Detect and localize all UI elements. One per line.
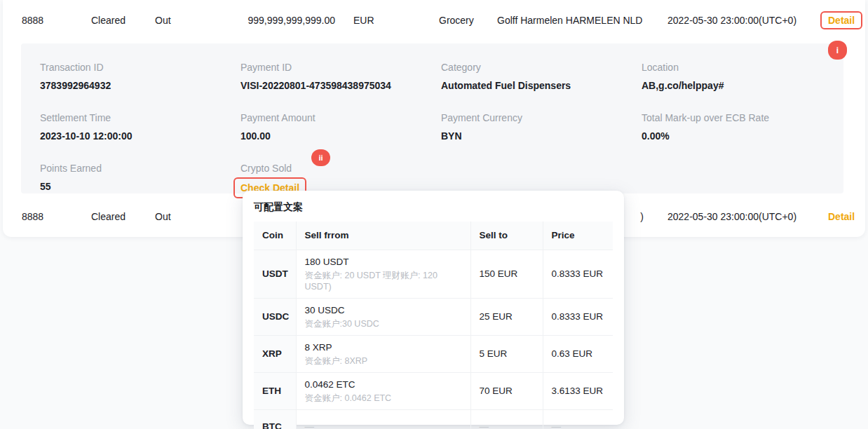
coin-cell: XRP [254,335,296,372]
time-cell: 2022-05-30 23:00:00(UTC+0) [667,211,828,222]
annotation-marker-i: i [828,41,847,60]
price-cell: 3.6133 EUR [543,372,613,409]
table-header-row: Coin Sell frrom Sell to Price [254,222,613,250]
sell-to-cell: 5 EUR [470,335,543,372]
sell-from-amount: 8 XRP [305,341,462,354]
field-payment-id: Payment ID VISI-20220801-473598438975034 [240,60,441,93]
sell-from-amount: 0.0462 ETC [305,379,462,391]
coin-cell: ETH [254,372,296,409]
field-location: Location AB,g.co/helppay# [642,60,842,93]
sell-to-cell: — [470,409,543,429]
price-cell: 0.8333 EUR [543,298,613,335]
coin-cell: USDT [254,250,296,298]
sell-from-amount: 180 USDT [305,256,462,268]
transaction-row: 8888 Cleared Out 999,999,999,999.00 EUR … [3,0,865,41]
sell-from-cell: 30 USDC 资金账户:30 USDC [296,298,470,335]
sell-from-accounts: 资金账户: 8XRP [305,355,462,367]
field-value: 55 [40,179,240,193]
field-settlement-time: Settlement Time 2023-10-10 12:00:00 [40,111,240,143]
direction-cell: Out [155,211,240,222]
sell-to-cell: 25 EUR [470,298,543,335]
field-label: Location [642,60,842,74]
field-label: Settlement Time [40,111,240,125]
status-cell: Cleared [91,15,155,26]
field-value: 2023-10-10 12:00:00 [40,129,240,143]
field-label: Payment Amount [240,111,441,125]
field-value: 100.00 [240,129,441,143]
coin-cell: BTC [254,409,296,429]
field-value: 3783992964932 [40,79,240,93]
column-header-sell-from: Sell frrom [296,222,470,250]
transaction-id-cell: 8888 [22,211,91,222]
column-header-coin: Coin [254,222,296,250]
sell-from-cell: 180 USDT 资金账户: 20 USDT 理财账户: 120 USDT) [296,250,470,298]
sell-from-accounts: 资金账户: 20 USDT 理财账户: 120 USDT) [305,270,462,292]
detail-action-cell: Detail [828,11,865,29]
time-cell: 2022-05-30 23:00:00(UTC+0) [667,15,828,26]
table-row: BTC — — — [254,409,613,429]
price-cell: 0.63 EUR [543,335,613,372]
direction-cell: Out [155,15,240,26]
field-label: Total Mark-up over ECB Rate [642,111,842,125]
sell-from-cell: 8 XRP 资金账户: 8XRP [296,335,470,372]
column-header-sell-to: Sell to [470,222,543,250]
crypto-sold-table: Coin Sell frrom Sell to Price USDT 180 U… [254,222,613,429]
field-value: Automated Fuel Dispensers [441,79,642,93]
merchant-cell: Golff Harmelen HARMELEN NLD [479,15,667,26]
price-cell: — [543,409,613,429]
field-value: VISI-20220801-473598438975034 [240,79,441,93]
category-cell: Grocery [421,15,479,26]
field-label: Payment Currency [441,111,642,125]
table-row: USDC 30 USDC 资金账户:30 USDC 25 EUR 0.8333 … [254,298,613,335]
currency-cell: EUR [335,15,421,26]
sell-from-accounts: 资金账户: 0.0462 ETC [305,393,462,404]
field-markup-rate: Total Mark-up over ECB Rate 0.00% [642,111,842,143]
field-category: Category Automated Fuel Dispensers [441,60,642,93]
sell-from-cell: — [296,409,470,429]
detail-action-cell: Detail [828,211,865,222]
field-payment-amount: Payment Amount 100.00 [240,111,441,143]
table-row: XRP 8 XRP 资金账户: 8XRP 5 EUR 0.63 EUR [254,335,613,372]
transaction-id-cell: 8888 [22,15,91,26]
status-cell: Cleared [91,211,155,222]
sell-to-cell: 150 EUR [470,250,543,298]
field-label: Transaction ID [40,60,240,74]
field-value: AB,g.co/helppay# [642,79,842,93]
field-points-earned: Points Earned 55 [40,161,240,198]
transaction-detail-panel: Transaction ID 3783992964932 Payment ID … [21,43,843,193]
field-transaction-id: Transaction ID 3783992964932 [40,60,240,93]
sell-from-accounts: 资金账户:30 USDC [305,318,462,329]
table-row: ETH 0.0462 ETC 资金账户: 0.0462 ETC 70 EUR 3… [254,372,613,409]
coin-cell: USDC [254,298,296,335]
annotation-box-detail: Detail [820,11,862,29]
field-label: Points Earned [40,161,240,175]
sell-from-amount: 30 USDC [305,304,462,317]
detail-link[interactable]: Detail [828,211,855,222]
annotation-marker-ii: ii [311,149,330,166]
popup-title: 可配置文案 [254,201,613,214]
column-header-price: Price [543,222,613,250]
field-label: Crypto Sold [240,161,441,175]
detail-link[interactable]: Detail [828,15,855,26]
field-label: Category [441,60,642,74]
field-value: BYN [441,129,642,143]
sell-from-cell: 0.0462 ETC 资金账户: 0.0462 ETC [296,372,470,409]
field-payment-currency: Payment Currency BYN [441,111,642,143]
amount-cell: 999,999,999,999.00 [240,15,335,26]
price-cell: 0.8333 EUR [543,250,613,298]
sell-to-cell: 70 EUR [470,372,543,409]
crypto-sold-popup: 可配置文案 Coin Sell frrom Sell to Price USDT… [243,191,624,425]
field-value: 0.00% [642,129,842,143]
table-row: USDT 180 USDT 资金账户: 20 USDT 理财账户: 120 US… [254,250,613,298]
field-label: Payment ID [240,60,441,74]
